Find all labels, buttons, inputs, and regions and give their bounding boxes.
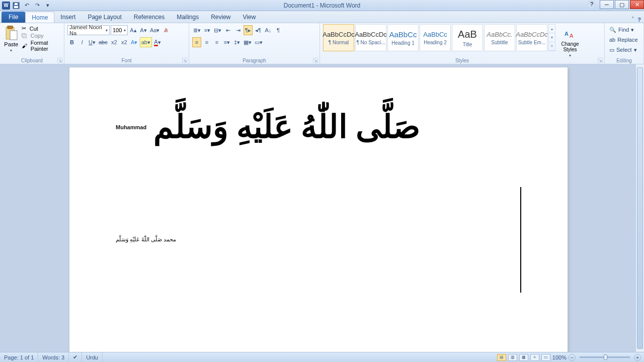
increase-indent-button[interactable]: ⇥ xyxy=(233,25,243,35)
status-page[interactable]: Page: 1 of 1 xyxy=(0,352,38,362)
show-marks-button[interactable]: ¶ xyxy=(274,25,283,35)
tab-insert[interactable]: Insert xyxy=(54,12,82,23)
view-print-layout[interactable]: ▤ xyxy=(497,354,506,361)
align-right-button[interactable]: ≡ xyxy=(212,37,221,47)
view-web-layout[interactable]: ▦ xyxy=(519,354,528,361)
qat-customize-icon[interactable]: ▾ xyxy=(43,1,52,10)
decrease-indent-button[interactable]: ⇤ xyxy=(223,25,232,35)
status-proofing-icon[interactable]: ✔ xyxy=(69,352,82,362)
close-button[interactable]: ✕ xyxy=(630,0,644,9)
line1-latin: Muhammad xyxy=(116,124,146,130)
grow-font-button[interactable]: A▴ xyxy=(129,25,138,35)
scrollbar-thumb[interactable] xyxy=(637,67,643,349)
find-icon: 🔍 xyxy=(609,27,616,33)
style-title[interactable]: AaBTitle xyxy=(452,24,483,51)
redo-icon[interactable]: ↷ xyxy=(33,1,42,10)
replace-button[interactable]: abReplace xyxy=(608,35,640,44)
document-line-1: Muhammad صَلَّى اللّٰهُ عَلَيْهِ وَسَلَّ… xyxy=(116,113,521,142)
format-painter-button[interactable]: 🖌 Format Painter xyxy=(22,40,61,52)
find-button[interactable]: 🔍Find▾ xyxy=(608,25,640,34)
paste-icon xyxy=(4,26,18,40)
clear-formatting-button[interactable]: A̷ xyxy=(162,25,171,35)
title-bar: W ↶ ↷ ▾ Document1 - Microsoft Word ? ─ ▢… xyxy=(0,0,644,11)
font-dialog-launcher[interactable]: ↘ xyxy=(182,58,187,63)
style-heading2[interactable]: AaBbCcHeading 2 xyxy=(420,24,451,51)
view-draft[interactable]: ▭ xyxy=(541,354,550,361)
change-case-button[interactable]: Aa▾ xyxy=(149,25,160,35)
styles-dialog-launcher[interactable]: ↘ xyxy=(598,58,603,63)
justify-button[interactable]: ≡▾ xyxy=(222,37,231,47)
line1-arabic: صَلَّى اللّٰهُ عَلَيْهِ وَسَلَّم xyxy=(153,113,420,142)
group-styles: AaBbCcDc¶ Normal AaBbCcDc¶ No Spaci... A… xyxy=(320,23,605,64)
vertical-scrollbar[interactable] xyxy=(635,64,644,352)
strikethrough-button[interactable]: abc xyxy=(98,37,109,47)
svg-rect-1 xyxy=(14,6,18,8)
group-font: Jameel Noori Na▾ 100▾ A▴ A▾ Aa▾ A̷ B I U… xyxy=(64,23,189,64)
underline-button[interactable]: U▾ xyxy=(88,37,97,47)
group-paragraph: ≣▾ ≡▾ ⊟▾ ⇤ ⇥ ¶▸ ◂¶ A↓ ¶ ≡ ≡ ≡ ≡▾ ‡▾ ▦▾ ▭… xyxy=(189,23,320,64)
maximize-button[interactable]: ▢ xyxy=(615,0,629,9)
align-left-button[interactable]: ≡ xyxy=(192,37,201,47)
minimize-button[interactable]: ─ xyxy=(600,0,614,9)
multilevel-list-button[interactable]: ⊟▾ xyxy=(213,25,222,35)
styles-gallery-scroll[interactable]: ▴▾≡ xyxy=(548,24,555,51)
bullets-button[interactable]: ≣▾ xyxy=(192,25,202,35)
word-app-icon[interactable]: W xyxy=(2,2,10,10)
zoom-level[interactable]: 100% xyxy=(552,354,567,360)
zoom-slider[interactable] xyxy=(580,356,630,358)
text-effects-button[interactable]: A▾ xyxy=(130,37,139,47)
svg-rect-2 xyxy=(15,3,18,5)
style-no-spacing[interactable]: AaBbCcDc¶ No Spaci... xyxy=(355,24,386,51)
rtl-direction-button[interactable]: ◂¶ xyxy=(254,25,263,35)
ltr-direction-button[interactable]: ¶▸ xyxy=(244,25,253,35)
zoom-out-button[interactable]: − xyxy=(569,354,576,361)
zoom-slider-thumb[interactable] xyxy=(604,354,607,360)
borders-button[interactable]: ▭▾ xyxy=(254,37,264,47)
numbering-button[interactable]: ≡▾ xyxy=(203,25,212,35)
superscript-button[interactable]: x2 xyxy=(120,37,129,47)
help-icon[interactable]: ? xyxy=(588,0,596,8)
style-heading1[interactable]: AaBbCcHeading 1 xyxy=(387,24,419,51)
style-subtle-em[interactable]: AaBbCcDcSubtle Em... xyxy=(516,24,547,51)
status-language[interactable]: Urdu xyxy=(82,352,103,362)
line-spacing-button[interactable]: ‡▾ xyxy=(232,37,242,47)
zoom-in-button[interactable]: + xyxy=(634,354,641,361)
change-styles-icon: AA xyxy=(563,26,577,40)
font-color-button[interactable]: A▾ xyxy=(153,37,162,47)
style-normal[interactable]: AaBbCcDc¶ Normal xyxy=(323,24,354,51)
tab-home[interactable]: Home xyxy=(25,12,54,23)
align-center-button[interactable]: ≡ xyxy=(202,37,211,47)
tab-mailings[interactable]: Mailings xyxy=(171,12,205,23)
view-full-screen[interactable]: ▥ xyxy=(508,354,517,361)
bold-button[interactable]: B xyxy=(67,37,76,47)
style-subtitle[interactable]: AaBbCc.Subtitle xyxy=(484,24,515,51)
select-button[interactable]: ▭Select▾ xyxy=(608,45,640,54)
tab-view[interactable]: View xyxy=(237,12,262,23)
quick-access-toolbar: W ↶ ↷ ▾ xyxy=(2,1,52,10)
font-name-select[interactable]: Jameel Noori Na▾ xyxy=(67,25,110,35)
shading-button[interactable]: ▦▾ xyxy=(243,37,253,47)
tab-review[interactable]: Review xyxy=(205,12,236,23)
tab-page-layout[interactable]: Page Layout xyxy=(82,12,127,23)
cut-button[interactable]: ✂ Cut xyxy=(22,25,61,32)
tab-file[interactable]: File xyxy=(2,12,25,23)
view-outline[interactable]: ≡ xyxy=(530,354,539,361)
help-ribbon-icon[interactable]: ? xyxy=(637,17,641,23)
subscript-button[interactable]: x2 xyxy=(110,37,119,47)
paragraph-dialog-launcher[interactable]: ↘ xyxy=(313,58,318,63)
document-page[interactable]: Muhammad صَلَّى اللّٰهُ عَلَيْهِ وَسَلَّ… xyxy=(69,67,568,352)
shrink-font-button[interactable]: A▾ xyxy=(139,25,148,35)
font-size-select[interactable]: 100▾ xyxy=(111,25,128,35)
undo-icon[interactable]: ↶ xyxy=(22,1,31,10)
status-words[interactable]: Words: 3 xyxy=(38,352,69,362)
save-icon[interactable] xyxy=(12,1,21,10)
copy-button[interactable]: ⿻ Copy xyxy=(22,33,61,39)
italic-button[interactable]: I xyxy=(77,37,87,47)
tab-references[interactable]: References xyxy=(128,12,171,23)
group-clipboard: Paste ▾ ✂ Cut ⿻ Copy 🖌 Format Painter Cl… xyxy=(0,23,64,64)
minimize-ribbon-icon[interactable]: ˄ xyxy=(631,16,634,23)
sort-button[interactable]: A↓ xyxy=(264,25,273,35)
svg-rect-5 xyxy=(10,31,17,40)
clipboard-dialog-launcher[interactable]: ↘ xyxy=(57,58,62,63)
highlight-button[interactable]: ab▾ xyxy=(140,37,152,47)
